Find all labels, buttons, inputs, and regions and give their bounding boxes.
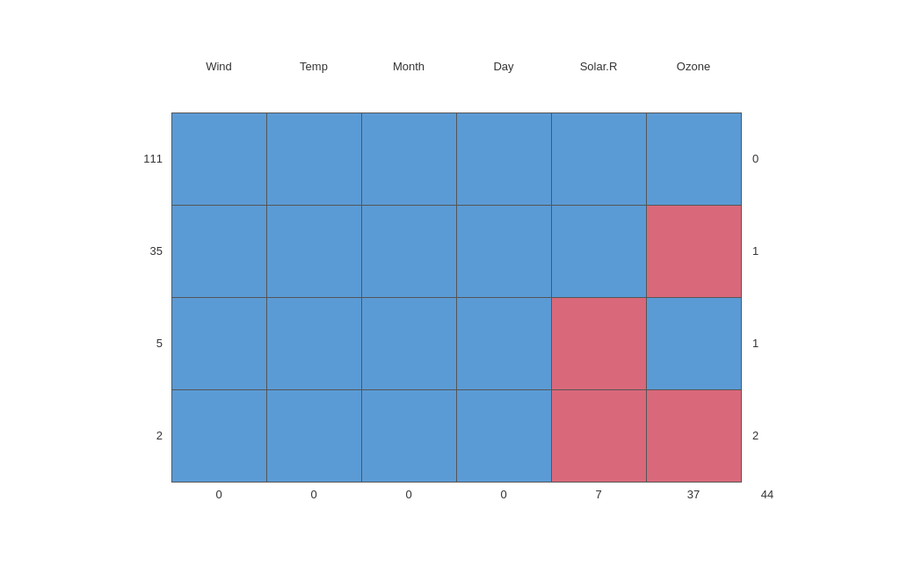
- cell-3-1: [267, 390, 362, 483]
- cell-1-1: [267, 206, 362, 298]
- col-header-wind: Wind: [171, 60, 266, 73]
- row-label-left-1: 35: [114, 205, 163, 297]
- cell-3-0: [172, 390, 267, 483]
- bottom-labels: 0 0 0 0 7 37: [171, 488, 743, 501]
- col-header-day: Day: [456, 60, 551, 73]
- cell-2-0: [172, 298, 267, 390]
- data-grid: [171, 113, 742, 483]
- row-label-right-1: 1: [745, 205, 780, 297]
- bottom-label-5: 37: [646, 488, 741, 501]
- bottom-label-1: 0: [266, 488, 361, 501]
- cell-3-2: [362, 390, 457, 483]
- row-label-left-0: 111: [114, 113, 163, 205]
- row-labels-right: 0 1 1 2: [745, 113, 780, 482]
- cell-1-4: [552, 206, 647, 298]
- col-header-ozone: Ozone: [646, 60, 741, 73]
- bottom-label-4: 7: [551, 488, 646, 501]
- col-header-month: Month: [361, 60, 456, 73]
- col-header-temp: Temp: [266, 60, 361, 73]
- cell-0-5: [647, 113, 742, 206]
- cell-0-1: [267, 113, 362, 206]
- cell-2-1: [267, 298, 362, 390]
- cell-0-4: [552, 113, 647, 206]
- cell-1-0: [172, 206, 267, 298]
- cell-0-2: [362, 113, 457, 206]
- row-label-left-2: 5: [114, 297, 163, 389]
- row-label-right-0: 0: [745, 113, 780, 205]
- row-label-right-2: 1: [745, 297, 780, 389]
- bottom-label-last: 44: [745, 488, 789, 501]
- cell-0-0: [172, 113, 267, 206]
- col-headers: Wind Temp Month Day Solar.R Ozone: [171, 60, 743, 73]
- row-labels-left: 111 35 5 2: [114, 113, 163, 482]
- bottom-label-0: 0: [171, 488, 266, 501]
- cell-1-5: [647, 206, 742, 298]
- cell-2-5: [647, 298, 742, 390]
- cell-3-3: [457, 390, 552, 483]
- cell-0-3: [457, 113, 552, 206]
- row-label-left-3: 2: [114, 389, 163, 482]
- cell-2-4: [552, 298, 647, 390]
- cell-3-4: [552, 390, 647, 483]
- chart-container: Wind Temp Month Day Solar.R Ozone 111 35…: [0, 0, 900, 588]
- cell-2-3: [457, 298, 552, 390]
- bottom-label-3: 0: [456, 488, 551, 501]
- cell-1-3: [457, 206, 552, 298]
- cell-2-2: [362, 298, 457, 390]
- bottom-label-2: 0: [361, 488, 456, 501]
- row-label-right-3: 2: [745, 389, 780, 482]
- cell-3-5: [647, 390, 742, 483]
- col-header-solarr: Solar.R: [551, 60, 646, 73]
- cell-1-2: [362, 206, 457, 298]
